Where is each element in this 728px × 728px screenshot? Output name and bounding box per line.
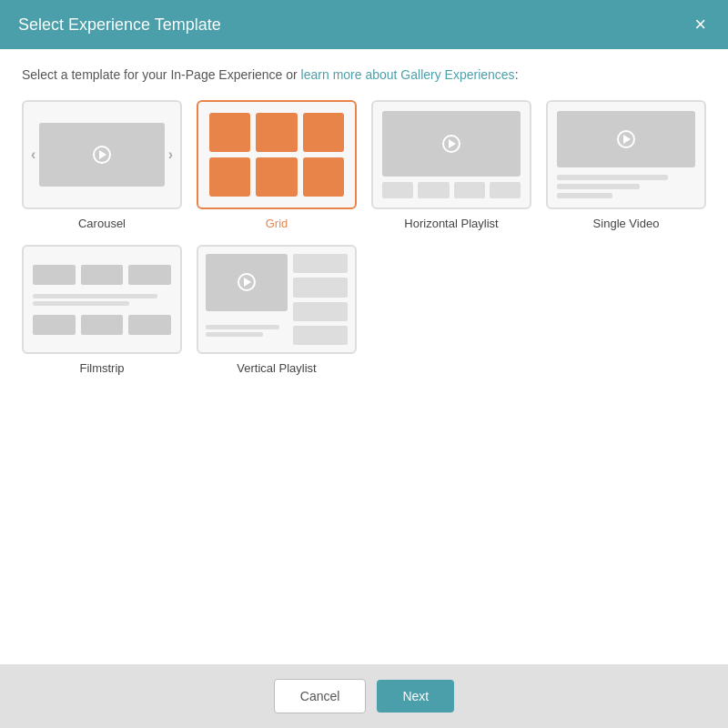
template-filmstrip[interactable]: Filmstrip (22, 245, 182, 375)
select-template-dialog: Select Experience Template × Select a te… (0, 0, 728, 728)
single-video-label: Single Video (593, 217, 660, 230)
carousel-right-arrow: › (168, 147, 173, 163)
hplaylist-thumb-4 (490, 182, 521, 198)
hplaylist-thumb-3 (454, 182, 485, 198)
filmstrip-thumb-3 (128, 265, 171, 285)
hplaylist-thumb-1 (382, 182, 413, 198)
single-video-preview (548, 102, 704, 207)
template-card-single-video[interactable] (546, 100, 706, 209)
single-video-lines (557, 175, 695, 198)
grid-cell-1 (209, 113, 250, 152)
filmstrip-thumb-2 (81, 265, 124, 285)
single-line-3 (557, 193, 612, 198)
template-grid[interactable]: Grid (197, 100, 357, 230)
hplaylist-thumb-2 (418, 182, 449, 198)
gallery-experiences-link[interactable]: learn more about Gallery Experiences (301, 67, 515, 82)
vplaylist-play-icon (238, 273, 256, 291)
filmstrip-label: Filmstrip (79, 361, 124, 375)
single-play-icon (617, 130, 635, 148)
spacer-2 (546, 245, 706, 375)
vplaylist-sidebar (293, 254, 348, 345)
subtitle-suffix: : (515, 67, 519, 82)
filmstrip-text-1 (33, 294, 171, 306)
filmstrip-thumb-6 (128, 315, 171, 335)
filmstrip-thumb-1 (33, 265, 76, 285)
vplaylist-item-2 (293, 278, 348, 297)
vplaylist-line-1 (206, 325, 279, 329)
vplaylist-item-1 (293, 254, 348, 273)
hplaylist-main-video (382, 111, 521, 177)
hplaylist-play-icon (442, 135, 460, 153)
vplaylist-text-lines (206, 317, 288, 345)
single-line-2 (557, 184, 640, 189)
grid-cell-5 (256, 157, 297, 197)
subtitle-text: Select a template for your In-Page Exper… (22, 67, 301, 82)
hplaylist-preview (373, 102, 530, 207)
filmstrip-line-1 (33, 294, 157, 298)
templates-row-2: Filmstrip (22, 245, 706, 375)
grid-cell-4 (209, 157, 250, 197)
cancel-button[interactable]: Cancel (274, 679, 367, 713)
vplaylist-item-3 (293, 302, 348, 321)
filmstrip-row-2 (33, 315, 171, 335)
horizontal-playlist-label: Horizontal Playlist (404, 217, 498, 230)
filmstrip-preview (24, 247, 180, 352)
template-card-vertical-playlist[interactable] (197, 245, 357, 354)
grid-label: Grid (266, 217, 288, 230)
dialog-body: Select a template for your In-Page Exper… (0, 49, 728, 664)
hplaylist-thumbnails (382, 182, 521, 198)
dialog-header: Select Experience Template × (0, 0, 728, 49)
template-vertical-playlist[interactable]: Vertical Playlist (197, 245, 357, 375)
dialog-title: Select Experience Template (18, 15, 221, 35)
template-card-filmstrip[interactable] (22, 245, 182, 354)
filmstrip-thumb-5 (81, 315, 124, 335)
template-single-video[interactable]: Single Video (546, 100, 706, 230)
play-button-icon (93, 146, 111, 164)
carousel-main-image (39, 123, 164, 187)
vplaylist-main-video (206, 254, 288, 311)
single-play-triangle (623, 135, 631, 144)
vplaylist-preview (198, 247, 355, 352)
grid-cell-2 (256, 113, 297, 152)
carousel-label: Carousel (78, 217, 126, 230)
grid-preview (198, 102, 355, 207)
single-line-1 (557, 175, 668, 180)
play-triangle-icon (99, 150, 106, 159)
template-card-carousel[interactable]: ‹ › (22, 100, 182, 209)
hplaylist-play-triangle (449, 139, 456, 148)
filmstrip-row-1 (33, 265, 171, 285)
vplaylist-play-triangle (244, 278, 251, 287)
template-card-grid[interactable] (197, 100, 357, 209)
subtitle: Select a template for your In-Page Exper… (22, 67, 706, 82)
filmstrip-line-2 (33, 301, 129, 306)
carousel-preview: ‹ › (24, 102, 180, 207)
template-carousel[interactable]: ‹ › Carousel (22, 100, 182, 230)
dialog-footer: Cancel Next (0, 664, 728, 728)
templates-row-1: ‹ › Carousel (22, 100, 706, 230)
template-horizontal-playlist[interactable]: Horizontal Playlist (371, 100, 531, 230)
vplaylist-line-2 (206, 332, 263, 337)
carousel-left-arrow: ‹ (31, 147, 35, 163)
vplaylist-main-section (206, 254, 288, 345)
template-card-horizontal-playlist[interactable] (371, 100, 531, 209)
grid-cell-6 (303, 157, 344, 197)
filmstrip-thumb-4 (33, 315, 76, 335)
grid-cell-3 (303, 113, 344, 152)
single-video-main (557, 111, 695, 167)
vertical-playlist-label: Vertical Playlist (237, 361, 316, 375)
spacer-1 (371, 245, 531, 375)
close-button[interactable]: × (691, 15, 710, 35)
vplaylist-item-4 (293, 326, 348, 345)
next-button[interactable]: Next (377, 680, 454, 713)
